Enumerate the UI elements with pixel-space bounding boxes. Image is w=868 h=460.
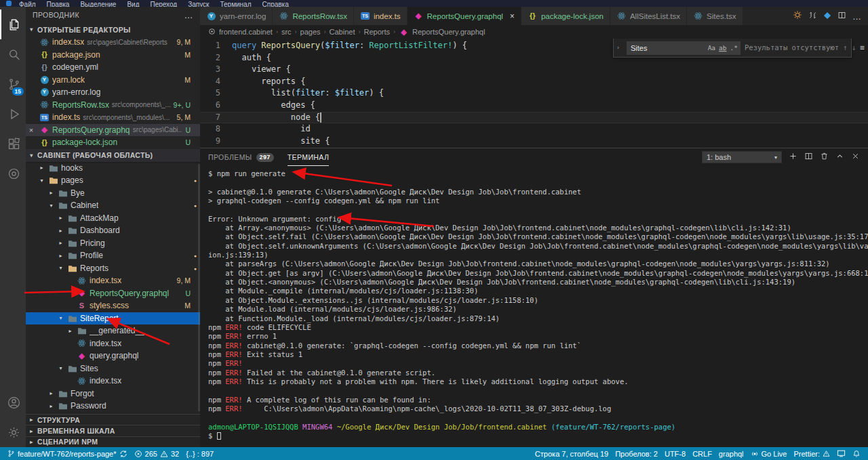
shell-select[interactable]: 1: bash ▾ [702, 151, 782, 163]
section-npm-scripts[interactable]: ▸СЦЕНАРИИ NPM [26, 436, 200, 447]
menu-item-3[interactable]: Вид [127, 1, 139, 7]
tab-terminal[interactable]: ТЕРМИНАЛ [288, 148, 330, 166]
find-next-icon[interactable]: ↓ [852, 42, 856, 54]
tree-file-styles.scss[interactable]: Sstyles.scssM [26, 299, 200, 312]
open-editors-header[interactable]: ▾ОТКРЫТЫЕ РЕДАКТОРЫ [26, 23, 200, 36]
menu-item-5[interactable]: Запуск [188, 1, 209, 7]
open-editor-reportsrow.tsx[interactable]: ReportsRow.tsxsrc\components\_...9+, U [26, 99, 200, 112]
new-terminal-icon[interactable] [789, 151, 797, 163]
menu-item-1[interactable]: Правка [47, 1, 70, 7]
tree-folder-pricing[interactable]: ▸Pricing [26, 237, 200, 250]
menu-item-4[interactable]: Переход [150, 1, 177, 7]
settings-icon[interactable] [0, 417, 26, 447]
menu-item-6[interactable]: Терминал [220, 1, 251, 7]
compare-changes-icon[interactable] [808, 10, 817, 22]
section-timeline[interactable]: ▸ВРЕМЕННАЯ ШКАЛА [26, 425, 200, 436]
whole-word-icon[interactable]: ab [718, 42, 727, 54]
split-terminal-icon[interactable] [804, 151, 813, 163]
more-actions-icon[interactable]: … [852, 10, 861, 22]
account-icon[interactable] [0, 388, 26, 417]
language-mode[interactable]: graphql [715, 450, 747, 458]
run-debug-icon[interactable] [0, 99, 26, 129]
close-tab-icon[interactable]: × [510, 12, 515, 21]
find-previous-icon[interactable]: ↑ [843, 42, 848, 54]
breadcrumb-item[interactable]: Reports [363, 28, 390, 36]
open-preview-icon[interactable] [823, 10, 831, 22]
problems-indicator[interactable]: 265 32 [131, 450, 183, 458]
breadcrumb-item[interactable]: frontend.cabinet [219, 28, 273, 36]
tree-file-reportsquery.graphql[interactable]: ◈ReportsQuery.graphqlU [26, 287, 200, 300]
tab-reportsrow.tsx[interactable]: ReportsRow.tsx [273, 7, 354, 25]
tree-folder-cabinet[interactable]: ▾Cabinet● [26, 199, 200, 212]
tree-file-query.graphql[interactable]: ◈query.graphql [26, 350, 200, 362]
tree-folder-password[interactable]: ▸Password [26, 400, 200, 413]
open-editor-reportsquery.graphql[interactable]: ×◈ReportsQuery.graphqlsrc\pages\Cabi...U [26, 124, 200, 137]
cursor-position[interactable]: Строка 7, столбец 19 [532, 450, 612, 458]
source-control-icon[interactable]: 15 [0, 69, 26, 99]
indentation-indicator[interactable]: Пробелов: 2 [612, 450, 661, 458]
section-outline[interactable]: ▸СТРУКТУРА [26, 414, 200, 425]
git-branch-indicator[interactable]: feature/WT-762/reports-page* [4, 449, 131, 458]
tree-folder-__generated__[interactable]: ▸__generated__ [26, 325, 200, 337]
open-editor-package.json[interactable]: {}package.jsonM [26, 49, 200, 62]
breadcrumb-item[interactable]: src [281, 28, 292, 36]
open-editor-index.tsx[interactable]: index.tsxsrc\pages\Cabinet\Reports9, M [26, 36, 200, 49]
cast-icon[interactable] [833, 450, 849, 457]
split-editor-icon[interactable] [837, 10, 846, 22]
tab-index.ts[interactable]: TSindex.ts [354, 7, 408, 25]
match-case-icon[interactable]: Aa [707, 42, 716, 54]
open-editor-yarn-error.log[interactable]: Yyarn-error.log [26, 86, 200, 99]
sidebar-more-actions-icon[interactable]: … [184, 10, 193, 20]
workspace-header[interactable]: ▾CABINET (РАБОЧАЯ ОБЛАСТЬ) [26, 149, 200, 162]
tree-folder-profile[interactable]: ▸Profile● [26, 249, 200, 262]
notifications-bell-icon[interactable] [849, 450, 864, 458]
tree-folder-sitereport[interactable]: ▾SiteReport [26, 312, 200, 325]
search-icon[interactable] [0, 39, 26, 69]
tab-sites.tsx[interactable]: Sites.tsx [687, 7, 743, 25]
tab-package-lock.json[interactable]: {}package-lock.json [521, 7, 610, 25]
tree-folder-bye[interactable]: ▸Bye [26, 187, 200, 200]
terminal-output[interactable]: $ npm run generate > cabinet@0.1.0 gener… [200, 166, 868, 447]
tree-file-index.tsx[interactable]: index.tsx [26, 337, 200, 350]
code-editor[interactable]: 1query ReportsQuery($filter: ReportListF… [200, 39, 868, 148]
braces-counter[interactable]: {..} : 897 [182, 450, 217, 458]
sidebar-scrollbar[interactable] [198, 164, 200, 411]
regex-icon[interactable]: .* [730, 42, 738, 54]
prettier-status[interactable]: Prettier: [790, 450, 833, 458]
breadcrumb-item[interactable]: pages [300, 28, 321, 36]
open-editor-package-lock.json[interactable]: {}package-lock.jsonU [26, 136, 200, 149]
eol-indicator[interactable]: CRLF [689, 450, 715, 458]
maximize-panel-icon[interactable] [835, 151, 844, 163]
tree-folder-hooks[interactable]: ▸hooks [26, 162, 200, 175]
tab-allsiteslist.tsx[interactable]: AllSitesList.tsx [610, 7, 687, 25]
breadcrumb-item[interactable]: ReportsQuery.graphql [412, 28, 485, 36]
settings-sliders-icon[interactable] [793, 10, 802, 22]
menu-item-2[interactable]: Выделение [80, 1, 116, 7]
tree-folder-reports[interactable]: ▾Reports● [26, 262, 200, 275]
close-panel-icon[interactable] [851, 151, 860, 163]
encoding-indicator[interactable]: UTF-8 [661, 450, 689, 458]
close-editor-icon[interactable]: × [26, 126, 37, 134]
find-toggle-replace-icon[interactable]: › [614, 39, 623, 57]
find-in-selection-icon[interactable]: ≡ [860, 42, 865, 54]
open-editor-index.ts[interactable]: TSindex.tssrc\components\_modules\...5, … [26, 111, 200, 124]
tab-problems[interactable]: ПРОБЛЕМЫ 297 [208, 148, 274, 166]
tree-folder-dashboard[interactable]: ▸Dashboard [26, 224, 200, 237]
menu-item-0[interactable]: Файл [19, 1, 36, 7]
tab-yarn-error.log[interactable]: Yyarn-error.log [200, 7, 273, 25]
open-editor-yarn.lock[interactable]: Yyarn.lockM [26, 74, 200, 87]
explorer-icon[interactable] [0, 9, 26, 39]
tree-folder-attackmap[interactable]: ▸AttackMap [26, 212, 200, 225]
tree-file-index.tsx[interactable]: index.tsx [26, 375, 200, 388]
live-share-icon[interactable] [0, 159, 26, 188]
tab-reportsquery.graphql[interactable]: ◈ReportsQuery.graphql× [408, 7, 521, 25]
tree-folder-sites[interactable]: ▾Sites [26, 362, 200, 375]
menu-item-7[interactable]: Справка [262, 1, 289, 7]
go-live-button[interactable]: Go Live [747, 450, 791, 458]
kill-terminal-icon[interactable] [820, 151, 829, 163]
breadcrumb-item[interactable]: Cabinet [330, 28, 355, 36]
extensions-icon[interactable] [0, 129, 26, 159]
open-editor-codegen.yml[interactable]: {}codegen.yml [26, 61, 200, 74]
tree-folder-pages[interactable]: ▾pages● [26, 174, 200, 187]
tree-folder-forgot[interactable]: ▸Forgot [26, 388, 200, 400]
